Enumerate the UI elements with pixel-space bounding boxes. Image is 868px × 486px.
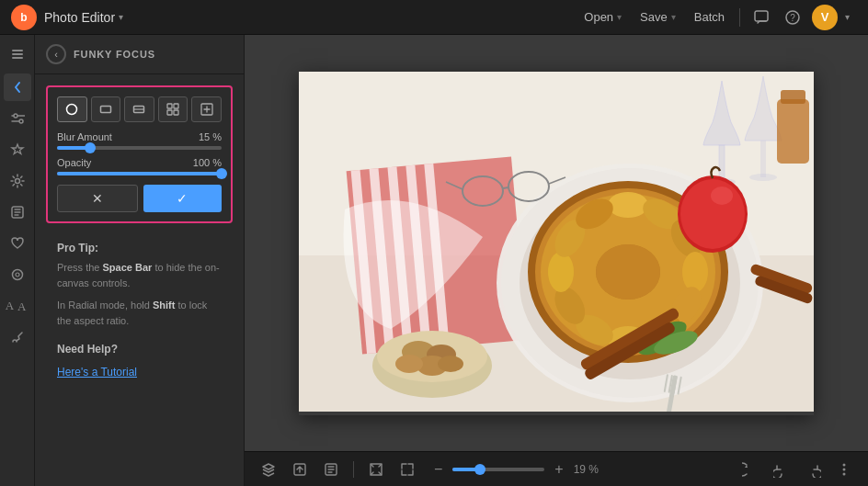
zoom-value: 19 %: [574, 463, 603, 476]
svg-rect-4: [12, 57, 23, 59]
zoom-control: − + 19 %: [429, 458, 603, 481]
svg-rect-54: [781, 90, 805, 104]
svg-point-8: [12, 270, 22, 280]
undo-button[interactable]: [769, 458, 794, 481]
help-button[interactable]: ?: [777, 6, 808, 29]
app-name: Photo Editor: [44, 10, 115, 25]
header: b Photo Editor ▾ Open ▾ Save ▾ Batch ? V…: [0, 0, 868, 35]
rotate-button[interactable]: [737, 458, 763, 481]
panel-content: Blur Amount 15 % Opacity 100 %: [35, 74, 244, 394]
svg-point-11: [67, 105, 77, 115]
focus-mode-grid[interactable]: [158, 96, 188, 122]
opacity-value: 100 %: [193, 157, 222, 168]
svg-rect-16: [174, 104, 178, 108]
fit-button[interactable]: [363, 458, 389, 481]
focus-mode-selector: [57, 96, 222, 122]
user-avatar[interactable]: V: [812, 5, 838, 30]
side-panel: ‹ FUNKY FOCUS: [35, 35, 245, 486]
text-tool[interactable]: A A: [4, 292, 31, 320]
need-help-label: Need Help?: [46, 343, 233, 356]
zoom-slider[interactable]: [452, 468, 544, 471]
blur-slider-thumb[interactable]: [85, 142, 96, 153]
expand-button[interactable]: [394, 458, 420, 481]
export-bottom-button[interactable]: [287, 458, 313, 481]
star-tool[interactable]: [4, 136, 31, 164]
svg-rect-51: [760, 141, 766, 177]
svg-point-38: [682, 252, 708, 292]
more-button[interactable]: [831, 458, 857, 481]
filter-tool[interactable]: [4, 198, 31, 226]
zoom-in-button[interactable]: +: [550, 458, 567, 481]
svg-point-56: [680, 179, 745, 249]
focus-mode-custom[interactable]: [191, 96, 222, 122]
apply-button[interactable]: ✓: [143, 185, 223, 212]
pro-tip-text-1: Press the Space Bar to hide the on-canva…: [57, 260, 222, 290]
svg-rect-53: [777, 99, 809, 164]
zoom-out-button[interactable]: −: [429, 458, 447, 481]
feedback-button[interactable]: [746, 6, 777, 29]
app-menu-chevron[interactable]: ▾: [119, 12, 123, 22]
back-nav-tool[interactable]: [4, 73, 31, 101]
svg-point-6: [15, 179, 19, 184]
tutorial-link[interactable]: Here's a Tutorial: [57, 366, 137, 379]
effects-tool[interactable]: [4, 167, 31, 195]
focus-settings-box: Blur Amount 15 % Opacity 100 %: [46, 85, 233, 223]
panel-title: FUNKY FOCUS: [74, 49, 155, 60]
svg-point-86: [843, 472, 846, 475]
app-logo: b: [11, 5, 37, 30]
blur-label: Blur Amount: [57, 131, 112, 142]
user-menu-chevron[interactable]: ▾: [838, 8, 857, 26]
svg-rect-0: [755, 11, 768, 21]
layers-bottom-button[interactable]: [256, 458, 281, 481]
heart-tool[interactable]: [4, 230, 31, 257]
cancel-button[interactable]: ✕: [57, 185, 138, 212]
blur-slider-row: Blur Amount 15 %: [57, 131, 222, 150]
opacity-slider[interactable]: [57, 172, 222, 175]
focus-mode-circle[interactable]: [57, 96, 87, 122]
zoom-thumb[interactable]: [474, 464, 485, 475]
adjust-tool[interactable]: [4, 105, 31, 132]
canvas-area: − + 19 %: [245, 35, 868, 486]
opacity-slider-thumb[interactable]: [216, 168, 227, 179]
svg-rect-17: [167, 110, 172, 115]
svg-point-85: [843, 468, 846, 470]
bottom-toolbar: − + 19 %: [245, 451, 868, 486]
svg-rect-18: [174, 110, 178, 115]
focus-mode-horizontal[interactable]: [124, 96, 154, 122]
focus-actions: ✕ ✓: [57, 185, 222, 212]
pro-tip-section: Pro Tip: Press the Space Bar to hide the…: [46, 234, 233, 343]
svg-point-69: [395, 355, 423, 373]
focus-mode-rectangle[interactable]: [91, 96, 121, 122]
svg-point-57: [711, 186, 733, 205]
canvas-main[interactable]: [245, 35, 868, 451]
history-bottom-button[interactable]: [318, 458, 344, 481]
svg-point-48: [596, 244, 660, 300]
svg-text:A: A: [17, 300, 27, 313]
svg-point-9: [16, 273, 19, 277]
radial-tool[interactable]: [4, 261, 31, 288]
svg-point-44: [548, 252, 574, 292]
pro-tip-text-2: In Radial mode, hold Shift to lock the a…: [57, 298, 222, 328]
redo-button[interactable]: [800, 458, 826, 481]
open-button[interactable]: Open ▾: [575, 6, 631, 28]
layers-tool[interactable]: [4, 42, 31, 70]
blur-value: 15 %: [199, 131, 222, 142]
opacity-slider-row: Opacity 100 %: [57, 157, 222, 175]
opacity-slider-fill: [57, 172, 222, 175]
blur-slider[interactable]: [57, 146, 222, 150]
svg-point-70: [438, 356, 463, 372]
pro-tip-title: Pro Tip:: [57, 242, 222, 254]
opacity-label: Opacity: [57, 157, 91, 168]
svg-point-84: [843, 463, 846, 466]
brush-tool[interactable]: [4, 323, 31, 351]
main-content: A A ‹ FUNKY FOCUS: [0, 35, 868, 486]
photo-container: [299, 72, 814, 415]
svg-rect-15: [167, 104, 172, 108]
svg-rect-5: [12, 50, 23, 51]
panel-back-button[interactable]: ‹: [46, 44, 66, 64]
save-button[interactable]: Save ▾: [631, 6, 685, 28]
svg-point-52: [749, 174, 777, 181]
batch-button[interactable]: Batch: [685, 6, 734, 28]
left-toolbar: A A: [0, 35, 35, 486]
panel-header: ‹ FUNKY FOCUS: [35, 35, 244, 74]
